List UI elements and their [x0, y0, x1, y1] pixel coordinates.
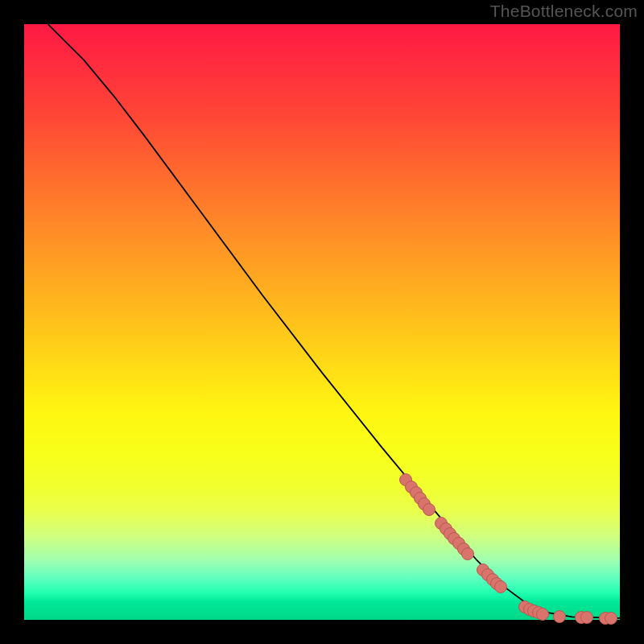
chart-data-point [494, 580, 507, 593]
watermark-text: TheBottleneck.com [490, 2, 638, 21]
chart-data-point [580, 611, 593, 624]
chart-data-point [605, 612, 617, 625]
chart-data-point [536, 608, 549, 621]
chart-data-point [423, 503, 436, 516]
chart-plot-area [24, 24, 620, 620]
chart-data-point [461, 547, 474, 560]
chart-data-point [553, 610, 566, 623]
chart-curve-svg [24, 24, 620, 620]
chart-curve-path [48, 24, 620, 618]
